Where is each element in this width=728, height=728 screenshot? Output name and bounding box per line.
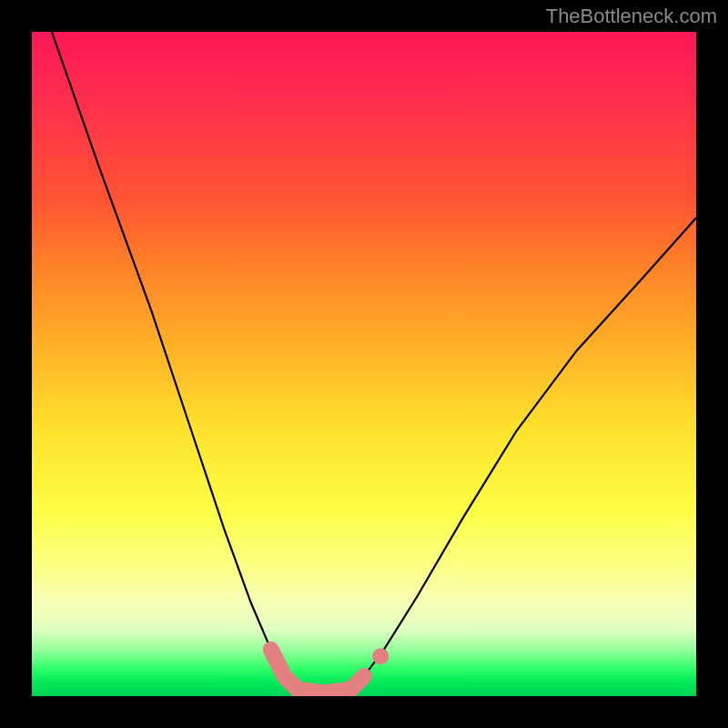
highlight-dot <box>372 648 389 664</box>
bottleneck-curve-line <box>52 32 696 693</box>
highlight-segment-line <box>271 650 364 693</box>
plot-area <box>32 32 696 696</box>
chart-container: TheBottleneck.com <box>0 0 728 728</box>
watermark-text: TheBottleneck.com <box>546 5 717 28</box>
chart-svg <box>32 32 696 696</box>
